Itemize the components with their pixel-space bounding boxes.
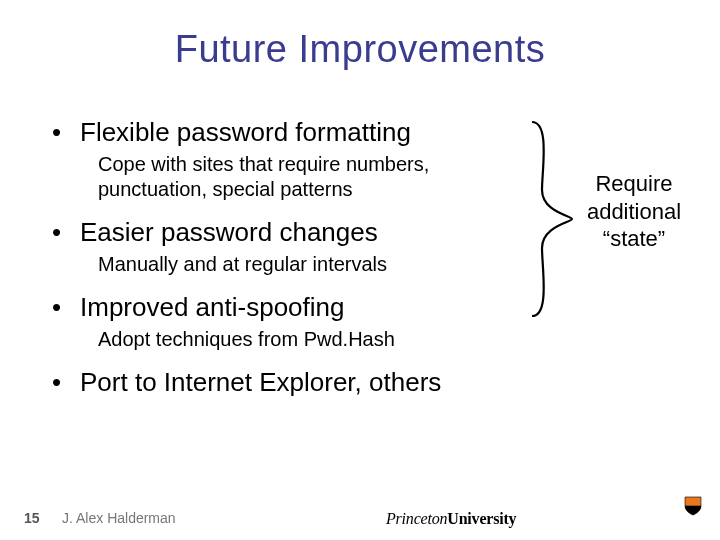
slide-title: Future Improvements: [0, 0, 720, 71]
bullet-text: Flexible password formatting: [80, 118, 411, 148]
slide-footer: 15 J. Alex Halderman PrincetonUniversity: [0, 502, 720, 526]
bullet-text: Improved anti-spoofing: [80, 293, 344, 323]
bullet-dot-icon: •: [50, 219, 80, 245]
page-number: 15: [24, 510, 40, 526]
curly-brace-icon: [528, 120, 576, 318]
bullet-item: • Improved anti-spoofing: [50, 293, 550, 323]
logo-part-bold: University: [447, 510, 516, 527]
bullet-text: Easier password changes: [80, 218, 378, 248]
bullet-subtext: Cope with sites that require numbers, pu…: [98, 152, 518, 202]
slide: Future Improvements • Flexible password …: [0, 0, 720, 540]
footer-author: J. Alex Halderman: [62, 510, 176, 526]
brace-annotation: Require additional “state”: [574, 170, 694, 253]
bullet-text: Port to Internet Explorer, others: [80, 368, 441, 398]
princeton-logo: PrincetonUniversity: [386, 510, 516, 528]
bullet-item: • Easier password changes: [50, 218, 550, 248]
bullet-dot-icon: •: [50, 294, 80, 320]
slide-content: • Flexible password formatting Cope with…: [50, 108, 550, 398]
shield-icon: [684, 496, 702, 516]
bullet-subtext: Manually and at regular intervals: [98, 252, 518, 277]
bullet-dot-icon: •: [50, 119, 80, 145]
bullet-subtext: Adopt techniques from Pwd.Hash: [98, 327, 518, 352]
logo-part-italic: Princeton: [386, 510, 447, 527]
bullet-item: • Port to Internet Explorer, others: [50, 368, 550, 398]
bullet-dot-icon: •: [50, 369, 80, 395]
bullet-item: • Flexible password formatting: [50, 118, 550, 148]
